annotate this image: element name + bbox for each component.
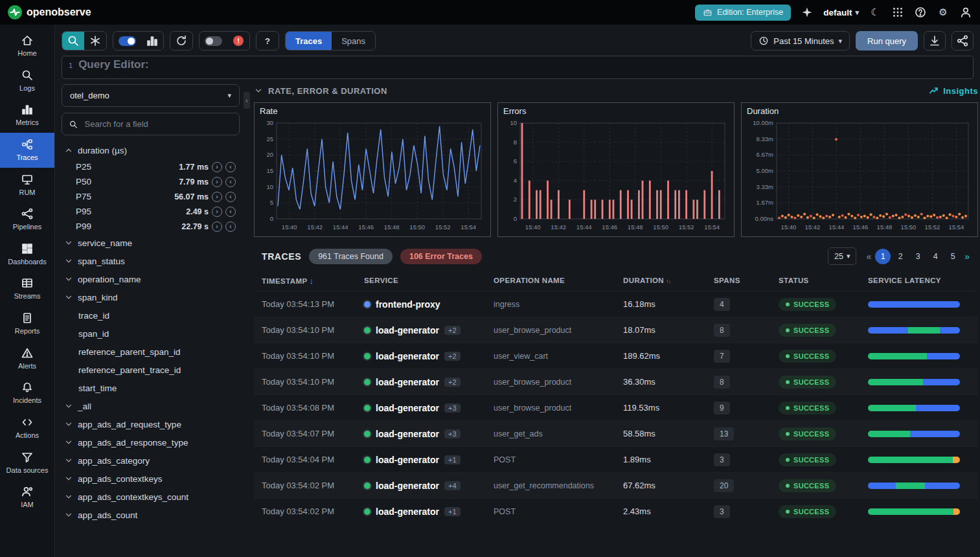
histogram-icon-button[interactable] [141,31,163,51]
include-filter-icon[interactable]: › [212,177,222,187]
column-header-timestamp[interactable]: TIMESTAMP↓ [262,276,364,286]
error-traces-badge[interactable]: 106 Error Traces [400,249,482,264]
field-search-input[interactable] [84,119,233,130]
errors-chart[interactable]: 024681015:4015:4215:4415:4615:4815:5015:… [503,118,729,234]
field-item-reference_parent_trace_id[interactable]: reference_parent_trace_id [62,361,240,379]
field-item-app_ads_contextkeys[interactable]: app_ads_contextkeys [62,470,240,488]
sidebar-item-alerts[interactable]: Alerts [0,341,54,376]
pagination-page-1[interactable]: 1 [875,249,891,264]
pagination-last-button[interactable]: » [963,251,972,262]
pagination-page-2[interactable]: 2 [893,249,908,264]
field-item-app_ads_contextkeys_count[interactable]: app_ads_contextkeys_count [62,488,240,506]
field-stat-P99[interactable]: P9922.79 s›‹ [62,219,240,234]
exclude-filter-icon[interactable]: ‹ [225,177,236,187]
apps-grid-icon[interactable] [891,6,904,19]
trace-row[interactable]: Today 03:54:10 PMload-generator+2user_br… [254,369,978,394]
field-item-trace_id[interactable]: trace_id [62,306,240,324]
trace-row[interactable]: Today 03:54:08 PMload-generator+3user_br… [254,394,978,420]
trace-row[interactable]: Today 03:54:04 PMload-generator+1POST1.8… [254,446,978,472]
sparkle-icon[interactable] [801,6,814,19]
pagination-page-5[interactable]: 5 [945,249,961,264]
field-item-_all[interactable]: _all [62,397,240,415]
query-editor[interactable]: 1 Query Editor: [62,56,974,79]
sidebar-item-metrics[interactable]: Metrics [0,98,54,133]
field-group-duration_s_[interactable]: duration (µs) [62,141,240,159]
user-avatar-icon[interactable] [959,6,972,19]
tab-spans[interactable]: Spans [332,32,375,50]
field-item-start_time[interactable]: start_time [62,379,240,397]
include-filter-icon[interactable]: › [212,222,222,232]
field-stat-P95[interactable]: P952.49 s›‹ [62,204,240,219]
include-filter-icon[interactable]: › [212,192,222,202]
sidebar-item-traces[interactable]: Traces [0,133,54,168]
download-button[interactable] [924,31,946,51]
sql-mode-button[interactable] [84,31,106,51]
include-filter-icon[interactable]: › [212,207,222,217]
time-range-picker[interactable]: Past 15 Minutes ▾ [751,31,850,51]
include-filter-icon[interactable]: › [212,162,222,172]
svg-text:6.67m: 6.67m [757,151,773,158]
field-item-reference_parent_span_id[interactable]: reference_parent_span_id [62,343,240,361]
search-mode-button[interactable] [62,31,84,51]
edition-badge[interactable]: Edition: Enterprise [695,5,791,21]
exclude-filter-icon[interactable]: ‹ [225,207,236,217]
field-item-app_ads_category[interactable]: app_ads_category [62,451,240,470]
sidebar-item-home[interactable]: Home [0,28,54,63]
sidebar-item-actions[interactable]: Actions [0,411,54,446]
trace-row[interactable]: Today 03:54:10 PMload-generator+2user_vi… [254,343,978,369]
trace-row[interactable]: Today 03:54:02 PMload-generator+4user_ge… [254,472,978,498]
field-item-span_id[interactable]: span_id [62,324,240,343]
stream-select[interactable]: otel_demo ▾ [62,84,240,107]
panel-collapse-handle[interactable]: ‹ [244,92,250,109]
pagination-page-3[interactable]: 3 [910,249,926,264]
query-help-button[interactable]: ? [256,31,279,51]
sidebar-item-rum[interactable]: RUM [0,168,54,203]
field-item-operation_name[interactable]: operation_name [62,270,240,288]
trace-duration: 18.07ms [623,325,714,335]
field-item-span_status[interactable]: span_status [62,252,240,270]
sidebar-item-logs[interactable]: Logs [0,63,54,98]
sidebar-item-streams[interactable]: Streams [0,271,54,306]
exclude-filter-icon[interactable]: ‹ [225,222,236,232]
sidebar-item-data-sources[interactable]: Data sources [0,446,54,481]
run-query-button[interactable]: Run query [856,31,918,51]
sidebar-item-iam[interactable]: IAM [0,480,54,515]
exclude-filter-icon[interactable]: ‹ [225,192,236,202]
chevron-down-icon[interactable] [254,86,263,95]
sidebar-item-dashboards[interactable]: Dashboards [0,237,54,272]
help-icon[interactable] [914,6,927,19]
rate-chart[interactable]: 05101520253015:4015:4215:4415:4615:4815:… [260,118,485,234]
field-stat-P50[interactable]: P507.79 ms›‹ [62,174,240,189]
trace-row[interactable]: Today 03:54:10 PMload-generator+2user_br… [254,317,978,343]
exclude-filter-icon[interactable]: ‹ [225,162,236,172]
pagination-page-4[interactable]: 4 [928,249,943,264]
trace-row[interactable]: Today 03:54:02 PMload-generator+1POST2.4… [254,498,978,524]
column-header-duration[interactable]: DURATION↑↓ [623,277,714,284]
histogram-toggle[interactable] [113,31,141,51]
sidebar-item-incidents[interactable]: Incidents [0,376,54,411]
trace-row[interactable]: Today 03:54:13 PMfrontend-proxyingress16… [254,291,978,317]
auto-refresh-button[interactable] [170,31,192,51]
settings-gear-icon[interactable]: ⚙ [937,6,950,19]
tab-traces[interactable]: Traces [286,32,332,50]
insights-link[interactable]: Insights [929,85,978,96]
duration-chart[interactable]: 0.00ns1.67m3.33m5.00m6.67m8.33m10.00m15:… [747,118,972,234]
sidebar-item-pipelines[interactable]: Pipelines [0,202,54,237]
org-selector[interactable]: default ▾ [823,8,859,17]
error-only-toggle[interactable] [199,31,227,51]
share-button[interactable] [952,31,974,51]
line-number: 1 [69,62,73,69]
error-indicator-button[interactable]: ! [227,31,249,51]
field-item-app_ads_ad_response_type[interactable]: app_ads_ad_response_type [62,433,240,451]
field-item-app_ads_ad_request_type[interactable]: app_ads_ad_request_type [62,415,240,433]
sidebar-item-reports[interactable]: Reports [0,306,54,341]
page-size-select[interactable]: 25 ▾ [828,247,856,265]
field-item-app_ads_count[interactable]: app_ads_count [62,506,240,524]
field-item-span_kind[interactable]: span_kind [62,288,240,306]
field-item-service_name[interactable]: service_name [62,234,240,252]
pagination-first-button[interactable]: « [864,251,873,262]
field-stat-P25[interactable]: P251.77 ms›‹ [62,159,240,174]
theme-moon-icon[interactable]: ☾ [869,6,882,19]
field-stat-P75[interactable]: P7556.07 ms›‹ [62,189,240,204]
trace-row[interactable]: Today 03:54:07 PMload-generator+3user_ge… [254,420,978,446]
